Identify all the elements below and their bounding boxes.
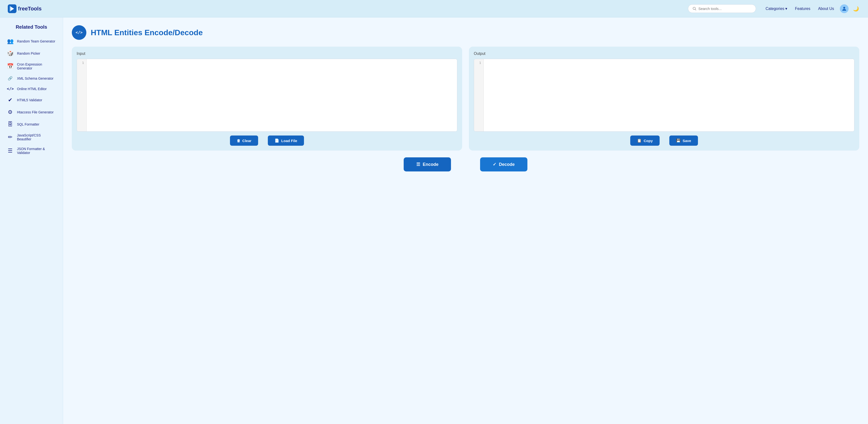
file-icon: 📄	[275, 138, 279, 143]
main-nav: Categories ▾ Features About Us	[766, 6, 834, 11]
htaccess-icon: ⚙	[7, 109, 13, 115]
output-label: Output	[474, 52, 855, 56]
sidebar: Related Tools 👥 Random Team Generator 🎲 …	[0, 18, 63, 424]
sidebar-item-label: XML Schema Generator	[17, 77, 53, 80]
logo-icon	[8, 4, 17, 13]
search-input[interactable]	[699, 6, 751, 11]
sidebar-item-label: Random Team Generator	[17, 39, 55, 43]
main-content: </> HTML Entities Encode/Decode Input 1 …	[63, 18, 868, 424]
user-icon	[841, 6, 847, 12]
sidebar-item-random-picker[interactable]: 🎲 Random Picker	[5, 48, 58, 59]
input-line-numbers: 1	[77, 59, 87, 131]
tool-header: </> HTML Entities Encode/Decode	[72, 25, 859, 40]
svg-point-5	[843, 7, 845, 9]
output-textarea[interactable]	[484, 59, 854, 131]
output-editor-wrapper: 1	[474, 59, 855, 132]
logo[interactable]: freeTools	[8, 4, 41, 13]
output-panel: Output 1 📋 Copy 💾 Save	[469, 47, 859, 150]
decode-button[interactable]: ✓ Decode	[480, 158, 527, 171]
search-bar[interactable]	[688, 4, 756, 13]
cron-icon: 📅	[7, 63, 13, 69]
panels-row: Input 1 🗑 Clear 📄 Load File	[72, 47, 859, 150]
output-line-numbers: 1	[474, 59, 484, 131]
avatar[interactable]	[840, 4, 848, 13]
html-entities-icon: </>	[75, 28, 83, 37]
nav-about-us[interactable]: About Us	[818, 6, 834, 11]
sidebar-item-html5-validator[interactable]: ✔ HTML5 Validator	[5, 94, 58, 106]
random-picker-icon: 🎲	[7, 50, 13, 57]
output-buttons: 📋 Copy 💾 Save	[474, 136, 855, 146]
sql-icon: 🗄	[7, 121, 13, 128]
tool-title: HTML Entities Encode/Decode	[91, 28, 203, 37]
save-button[interactable]: 💾 Save	[669, 136, 698, 146]
sidebar-item-random-team[interactable]: 👥 Random Team Generator	[5, 36, 58, 47]
input-editor-wrapper: 1	[77, 59, 457, 132]
input-panel: Input 1 🗑 Clear 📄 Load File	[72, 47, 462, 150]
decode-icon: ✓	[493, 162, 496, 167]
sidebar-item-cron[interactable]: 📅 Cron Expression Generator	[5, 60, 58, 73]
sidebar-item-html-editor[interactable]: </> Online HTML Editor	[5, 84, 58, 93]
html-editor-icon: </>	[7, 86, 13, 91]
action-row: ☰ Encode ✓ Decode	[72, 158, 859, 171]
input-textarea[interactable]	[87, 59, 457, 131]
encode-button[interactable]: ☰ Encode	[404, 158, 451, 171]
sidebar-item-xml[interactable]: 🔗 XML Schema Generator	[5, 74, 58, 83]
header: freeTools Categories ▾ Features About Us…	[0, 0, 868, 18]
xml-icon: 🔗	[7, 76, 13, 81]
nav-categories[interactable]: Categories ▾	[766, 6, 787, 11]
svg-rect-2	[10, 6, 11, 11]
sidebar-item-label: Htaccess File Generator	[17, 110, 54, 114]
sidebar-item-label: JSON Formatter & Validator	[17, 147, 56, 155]
sidebar-item-js-css[interactable]: ✏ JavaScript/CSS Beautifier	[5, 131, 58, 143]
sidebar-item-label: Online HTML Editor	[17, 87, 46, 91]
logo-text: freeTools	[18, 6, 41, 12]
trash-icon: 🗑	[237, 139, 240, 143]
tool-icon-circle: </>	[72, 25, 86, 40]
html5-validator-icon: ✔	[7, 97, 13, 103]
sidebar-item-label: SQL Formatter	[17, 122, 39, 126]
sidebar-item-json[interactable]: ☰ JSON Formatter & Validator	[5, 144, 58, 157]
sidebar-item-label: Random Picker	[17, 52, 40, 55]
search-icon	[692, 7, 696, 11]
theme-toggle-button[interactable]: 🌙	[851, 4, 860, 13]
json-icon: ☰	[7, 148, 13, 154]
sidebar-item-htaccess[interactable]: ⚙ Htaccess File Generator	[5, 107, 58, 118]
svg-line-4	[695, 9, 696, 10]
header-actions: 🌙	[840, 4, 860, 13]
sidebar-item-sql[interactable]: 🗄 SQL Formatter	[5, 119, 58, 130]
random-team-icon: 👥	[7, 38, 13, 45]
chevron-down-icon: ▾	[785, 6, 787, 11]
sidebar-title: Related Tools	[5, 24, 58, 30]
load-file-button[interactable]: 📄 Load File	[268, 136, 304, 146]
nav-features[interactable]: Features	[795, 6, 810, 11]
copy-button[interactable]: 📋 Copy	[630, 136, 660, 146]
clear-button[interactable]: 🗑 Clear	[230, 136, 258, 146]
save-icon: 💾	[676, 138, 681, 143]
sidebar-item-label: Cron Expression Generator	[17, 62, 56, 70]
input-buttons: 🗑 Clear 📄 Load File	[77, 136, 457, 146]
svg-text:</>: </>	[76, 30, 83, 35]
copy-icon: 📋	[637, 138, 642, 143]
layout: Related Tools 👥 Random Team Generator 🎲 …	[0, 18, 868, 424]
js-css-icon: ✏	[7, 134, 13, 140]
input-label: Input	[77, 52, 457, 56]
sidebar-item-label: HTML5 Validator	[17, 98, 42, 102]
encode-icon: ☰	[416, 162, 420, 167]
sidebar-item-label: JavaScript/CSS Beautifier	[17, 133, 56, 141]
